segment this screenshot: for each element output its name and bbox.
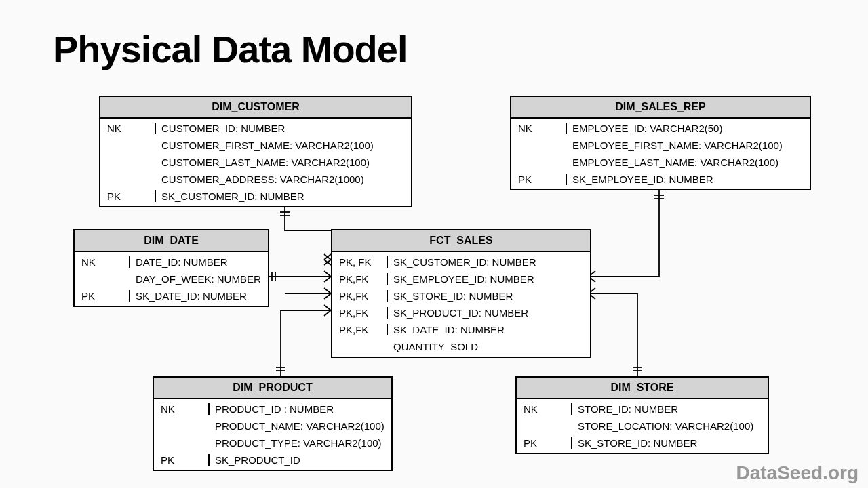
value-cell: EMPLOYEE_FIRST_NAME: VARCHAR2(100) [567, 140, 783, 151]
key-cell: PK [154, 454, 210, 466]
value-cell: STORE_LOCATION: VARCHAR2(100) [572, 420, 753, 432]
value-cell: PRODUCT_NAME: VARCHAR2(100) [210, 420, 384, 432]
value-cell: CUSTOMER_FIRST_NAME: VARCHAR2(100) [156, 140, 374, 151]
value-cell: DATE_ID: NUMBER [130, 256, 228, 268]
value-cell: PRODUCT_TYPE: VARCHAR2(100) [210, 437, 382, 449]
value-cell: SK_STORE_ID: NUMBER [572, 437, 697, 449]
value-cell: CUSTOMER_ADDRESS: VARCHAR2(1000) [156, 174, 364, 185]
entity-fct-sales: FCT_SALES PK, FKSK_CUSTOMER_ID: NUMBERPK… [331, 229, 591, 358]
value-cell: CUSTOMER_ID: NUMBER [156, 123, 285, 134]
value-cell: SK_PRODUCT_ID: NUMBER [388, 307, 528, 319]
entity-dim-sales-rep: DIM_SALES_REP NKEMPLOYEE_ID: VARCHAR2(50… [510, 96, 811, 190]
entity-row: NKSTORE_ID: NUMBER [517, 401, 768, 418]
key-cell: NK [75, 256, 130, 268]
entity-row: PKSK_STORE_ID: NUMBER [517, 434, 768, 451]
entity-row: EMPLOYEE_LAST_NAME: VARCHAR2(100) [511, 154, 810, 171]
entity-row: NKEMPLOYEE_ID: VARCHAR2(50) [511, 120, 810, 137]
value-cell: SK_PRODUCT_ID [210, 454, 300, 466]
entity-header: DIM_DATE [75, 230, 268, 252]
entity-header: FCT_SALES [332, 230, 590, 252]
watermark: DataSeed.org [736, 462, 859, 484]
page-title: Physical Data Model [53, 27, 408, 71]
value-cell: SK_CUSTOMER_ID: NUMBER [388, 256, 536, 268]
entity-row: PK,FKSK_EMPLOYEE_ID: NUMBER [332, 270, 590, 287]
entity-dim-store: DIM_STORE NKSTORE_ID: NUMBERSTORE_LOCATI… [515, 376, 769, 454]
entity-row: CUSTOMER_LAST_NAME: VARCHAR2(100) [100, 154, 411, 171]
entity-row: CUSTOMER_ADDRESS: VARCHAR2(1000) [100, 171, 411, 188]
value-cell: SK_DATE_ID: NUMBER [130, 290, 247, 302]
key-cell: PK,FK [332, 273, 388, 285]
diagram-canvas: { "title": "Physical Data Model", "water… [0, 0, 868, 488]
value-cell: SK_STORE_ID: NUMBER [388, 290, 513, 302]
entity-row: EMPLOYEE_FIRST_NAME: VARCHAR2(100) [511, 137, 810, 154]
entity-row: PK,FKSK_STORE_ID: NUMBER [332, 287, 590, 304]
entity-dim-customer: DIM_CUSTOMER NKCUSTOMER_ID: NUMBERCUSTOM… [99, 96, 412, 207]
value-cell: QUANTITY_SOLD [388, 341, 478, 352]
key-cell: NK [517, 403, 572, 415]
entity-row: NKDATE_ID: NUMBER [75, 253, 268, 270]
value-cell: SK_DATE_ID: NUMBER [388, 324, 505, 336]
key-cell: PK,FK [332, 307, 388, 319]
key-cell: PK [511, 174, 567, 185]
entity-row: NKPRODUCT_ID : NUMBER [154, 401, 391, 418]
entity-row: CUSTOMER_FIRST_NAME: VARCHAR2(100) [100, 137, 411, 154]
key-cell: PK [75, 290, 130, 302]
entity-header: DIM_SALES_REP [511, 97, 810, 119]
entity-row: STORE_LOCATION: VARCHAR2(100) [517, 418, 768, 434]
key-cell: PK,FK [332, 324, 388, 336]
entity-header: DIM_STORE [517, 378, 768, 399]
entity-row: QUANTITY_SOLD [332, 338, 590, 355]
key-cell: PK, FK [332, 256, 388, 268]
entity-row: PRODUCT_TYPE: VARCHAR2(100) [154, 434, 391, 451]
entity-row: PK,FKSK_DATE_ID: NUMBER [332, 321, 590, 338]
value-cell: EMPLOYEE_LAST_NAME: VARCHAR2(100) [567, 157, 778, 168]
key-cell: PK [517, 437, 572, 449]
entity-row: PKSK_CUSTOMER_ID: NUMBER [100, 188, 411, 205]
entity-row: PRODUCT_NAME: VARCHAR2(100) [154, 418, 391, 434]
key-cell: PK,FK [332, 290, 388, 302]
entity-dim-date: DIM_DATE NKDATE_ID: NUMBERDAY_OF_WEEK: N… [73, 229, 269, 307]
key-cell: PK [100, 190, 156, 202]
value-cell: DAY_OF_WEEK: NUMBER [130, 273, 261, 285]
value-cell: SK_CUSTOMER_ID: NUMBER [156, 190, 304, 202]
entity-dim-product: DIM_PRODUCT NKPRODUCT_ID : NUMBERPRODUCT… [153, 376, 393, 471]
entity-row: PKSK_EMPLOYEE_ID: NUMBER [511, 171, 810, 188]
entity-row: PKSK_DATE_ID: NUMBER [75, 287, 268, 304]
value-cell: SK_EMPLOYEE_ID: NUMBER [567, 174, 713, 185]
key-cell: NK [100, 123, 156, 134]
value-cell: CUSTOMER_LAST_NAME: VARCHAR2(100) [156, 157, 370, 168]
entity-row: DAY_OF_WEEK: NUMBER [75, 270, 268, 287]
value-cell: STORE_ID: NUMBER [572, 403, 678, 415]
entity-row: NKCUSTOMER_ID: NUMBER [100, 120, 411, 137]
entity-header: DIM_CUSTOMER [100, 97, 411, 119]
entity-row: PKSK_PRODUCT_ID [154, 451, 391, 468]
value-cell: EMPLOYEE_ID: VARCHAR2(50) [567, 123, 722, 134]
value-cell: PRODUCT_ID : NUMBER [210, 403, 334, 415]
key-cell: NK [511, 123, 567, 134]
value-cell: SK_EMPLOYEE_ID: NUMBER [388, 273, 534, 285]
key-cell: NK [154, 403, 210, 415]
entity-row: PK,FKSK_PRODUCT_ID: NUMBER [332, 304, 590, 321]
entity-row: PK, FKSK_CUSTOMER_ID: NUMBER [332, 253, 590, 270]
entity-header: DIM_PRODUCT [154, 378, 391, 399]
